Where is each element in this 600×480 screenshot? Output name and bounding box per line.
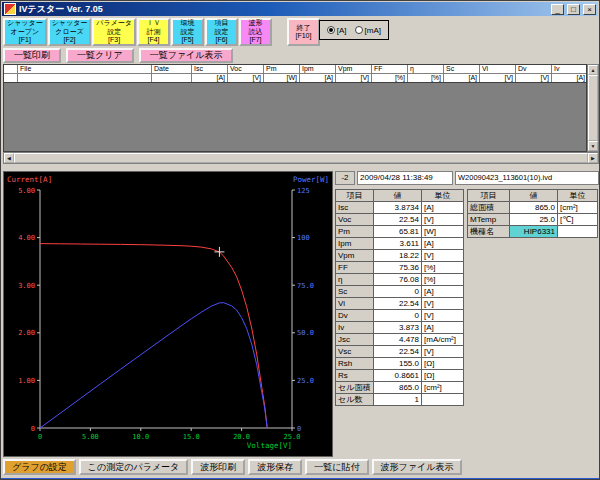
- y-left-tick-label: 2.00: [18, 329, 35, 337]
- y-left-axis-label: Current[A]: [7, 175, 52, 184]
- list-vertical-scrollbar[interactable]: ▲ ▼: [587, 64, 599, 152]
- list-column-header-5: Pm: [264, 65, 300, 73]
- y-right-tick-label: 50.0: [297, 329, 314, 337]
- row-value: 18.22: [374, 250, 422, 262]
- shutter-open-button[interactable]: シャッター オープン [F1]: [3, 18, 47, 46]
- scroll-down-icon[interactable]: ▼: [588, 141, 598, 151]
- parameter-settings-button[interactable]: パラメータ 設定 [F3]: [92, 18, 136, 46]
- list-file-view-button[interactable]: 一覧ファイル表示: [139, 48, 234, 63]
- row-unit: [℃]: [558, 214, 598, 226]
- row-value: HIP6331: [510, 226, 558, 238]
- measurement-parameters-button[interactable]: この測定のパラメータ: [79, 459, 188, 475]
- row-unit: [cm²]: [558, 202, 598, 214]
- radio-label: [A]: [337, 26, 347, 35]
- iv-measure-button[interactable]: ＩＶ 計測 [F4]: [137, 18, 170, 46]
- paste-to-list-button[interactable]: 一覧に貼付: [305, 459, 368, 475]
- list-header-units: [A][V][W][A][V][%][%][A][V][V][A]: [4, 73, 586, 82]
- table-row: Isc3.8734[A]: [336, 202, 464, 214]
- row-value: 76.08: [374, 274, 422, 286]
- list-column-unit-2: [152, 74, 192, 82]
- table-row: Vsc22.54[V]: [336, 346, 464, 358]
- row-value: 865.0: [374, 382, 422, 394]
- row-item: 総面積: [468, 202, 510, 214]
- iv-chart-panel: 01.002.003.004.005.00025.050.075.0100125…: [3, 171, 333, 457]
- list-column-header-13: Iv: [552, 65, 586, 73]
- table-row: Rsh155.0[Ω]: [336, 358, 464, 370]
- x-axis-label: Voltage[V]: [247, 441, 292, 450]
- y-right-axis-label: Power[W]: [293, 175, 329, 184]
- row-unit: [422, 394, 464, 406]
- list-column-unit-10: [A]: [444, 74, 480, 82]
- list-column-unit-13: [A]: [552, 74, 586, 82]
- column-header: 単位: [422, 190, 464, 202]
- y-left-tick-label: 5.00: [18, 187, 35, 195]
- table-row: セル数1: [336, 394, 464, 406]
- y-right-tick-label: 100: [297, 234, 310, 242]
- row-item: FF: [336, 262, 374, 274]
- table-row: η76.08[%]: [336, 274, 464, 286]
- table-row: MTemp25.0[℃]: [468, 214, 598, 226]
- graph-settings-button[interactable]: グラフの設定: [3, 459, 76, 475]
- list-column-unit-8: [%]: [372, 74, 408, 82]
- row-item: MTemp: [468, 214, 510, 226]
- row-unit: [A]: [422, 322, 464, 334]
- minimize-button[interactable]: _: [551, 4, 564, 15]
- measurement-tables: 項目値単位Isc3.8734[A]Voc22.54[V]Pm65.81[W]Ip…: [335, 189, 599, 406]
- row-value: 22.54: [374, 214, 422, 226]
- row-unit: [A]: [422, 238, 464, 250]
- list-column-unit-6: [A]: [300, 74, 336, 82]
- row-item: 機種名: [468, 226, 510, 238]
- close-button[interactable]: ×: [583, 4, 596, 15]
- column-header: 値: [510, 190, 558, 202]
- table-row: Pm65.81[W]: [336, 226, 464, 238]
- environment-settings-button[interactable]: 環境 設定 [F5]: [171, 18, 204, 46]
- row-value: 155.0: [374, 358, 422, 370]
- scroll-right-icon[interactable]: ▶: [588, 153, 598, 163]
- shutter-close-button[interactable]: シャッター クローズ [F2]: [48, 18, 92, 46]
- power-curve: [40, 303, 267, 428]
- table-row: 機種名HIP6331: [468, 226, 598, 238]
- x-tick-label: 25.0: [284, 433, 301, 441]
- row-item: セル数: [336, 394, 374, 406]
- row-unit: [Ω]: [422, 370, 464, 382]
- y-left-tick-label: 0: [31, 425, 35, 433]
- toolbar-buttons: シャッター オープン [F1]シャッター クローズ [F2]パラメータ 設定 […: [3, 18, 320, 47]
- list-print-button[interactable]: 一覧印刷: [3, 48, 61, 63]
- measurement-filename[interactable]: W20090423_113601(10).ivd: [455, 171, 599, 185]
- row-unit: [W]: [422, 226, 464, 238]
- list-column-unit-9: [%]: [408, 74, 444, 82]
- row-item: Dv: [336, 310, 374, 322]
- table-row: Ipm3.611[A]: [336, 238, 464, 250]
- list-column-header-7: Vpm: [336, 65, 372, 73]
- waveform-save-button[interactable]: 波形保存: [248, 459, 302, 475]
- row-unit: [V]: [422, 298, 464, 310]
- exit-button[interactable]: 終了 [F10]: [287, 18, 320, 46]
- column-header: 項目: [336, 190, 374, 202]
- list-horizontal-scrollbar[interactable]: ◀ ▶: [3, 152, 599, 164]
- x-tick-label: 5.00: [82, 433, 99, 441]
- scroll-up-icon[interactable]: ▲: [588, 65, 598, 75]
- radio-label: [mA]: [365, 26, 381, 35]
- item-settings-button[interactable]: 項目 設定 [F6]: [205, 18, 238, 46]
- y-right-tick-label: 75.0: [297, 282, 314, 290]
- unit-radio-a[interactable]: [A]: [327, 26, 347, 35]
- measurement-header: -2 2009/04/28 11:38:49 W20090423_113601(…: [335, 171, 599, 185]
- list-column-unit-4: [V]: [228, 74, 264, 82]
- waveform-print-button[interactable]: 波形印刷: [191, 459, 245, 475]
- list-clear-button[interactable]: 一覧クリア: [66, 48, 134, 63]
- info-table: 項目値単位総面積865.0[cm²]MTemp25.0[℃]機種名HIP6331: [467, 189, 598, 238]
- table-row: Rs0.8661[Ω]: [336, 370, 464, 382]
- row-value: 22.54: [374, 298, 422, 310]
- column-header: 値: [374, 190, 422, 202]
- vertical-scroll-thumb[interactable]: [588, 75, 598, 141]
- waveform-file-view-button[interactable]: 波形ファイル表示: [372, 459, 463, 475]
- horizontal-scroll-thumb[interactable]: [14, 153, 588, 163]
- row-item: Rs: [336, 370, 374, 382]
- row-item: Rsh: [336, 358, 374, 370]
- measurement-index: -2: [335, 171, 355, 185]
- unit-radio-ma[interactable]: [mA]: [355, 26, 381, 35]
- list-column-header-11: Vi: [480, 65, 516, 73]
- waveform-load-button[interactable]: 波形 読込 [F7]: [239, 18, 272, 46]
- scroll-left-icon[interactable]: ◀: [4, 153, 14, 163]
- maximize-button[interactable]: □: [567, 4, 580, 15]
